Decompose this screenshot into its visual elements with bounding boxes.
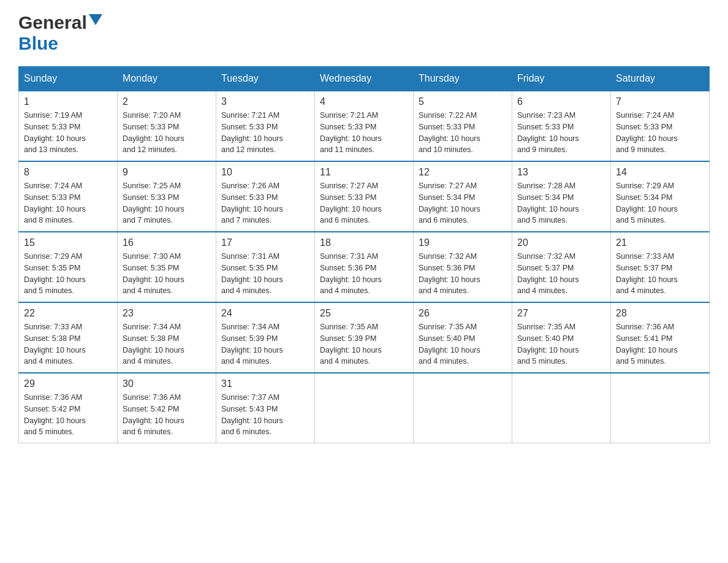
day-number: 21 — [616, 237, 704, 248]
calendar-cell: 22 Sunrise: 7:33 AMSunset: 5:38 PMDaylig… — [19, 302, 118, 373]
day-number: 12 — [419, 167, 507, 178]
calendar-cell: 5 Sunrise: 7:22 AMSunset: 5:33 PMDayligh… — [414, 91, 512, 161]
calendar-cell: 24 Sunrise: 7:34 AMSunset: 5:39 PMDaylig… — [216, 302, 315, 373]
header-cell-wednesday: Wednesday — [315, 67, 414, 91]
calendar-cell: 19 Sunrise: 7:32 AMSunset: 5:36 PMDaylig… — [414, 232, 512, 302]
calendar-cell — [414, 373, 512, 443]
day-number: 5 — [419, 96, 507, 107]
header-cell-tuesday: Tuesday — [216, 67, 315, 91]
calendar-cell: 6 Sunrise: 7:23 AMSunset: 5:33 PMDayligh… — [512, 91, 611, 161]
day-number: 24 — [221, 308, 309, 319]
day-info: Sunrise: 7:32 AMSunset: 5:37 PMDaylight:… — [517, 251, 605, 297]
week-row-4: 22 Sunrise: 7:33 AMSunset: 5:38 PMDaylig… — [19, 302, 710, 373]
logo-general-text: General — [18, 12, 87, 33]
day-info: Sunrise: 7:34 AMSunset: 5:38 PMDaylight:… — [123, 321, 211, 367]
day-info: Sunrise: 7:33 AMSunset: 5:38 PMDaylight:… — [24, 321, 112, 367]
day-number: 7 — [616, 96, 704, 107]
day-info: Sunrise: 7:26 AMSunset: 5:33 PMDaylight:… — [221, 180, 309, 226]
day-info: Sunrise: 7:37 AMSunset: 5:43 PMDaylight:… — [221, 392, 309, 438]
day-number: 29 — [24, 378, 112, 389]
calendar-cell: 8 Sunrise: 7:24 AMSunset: 5:33 PMDayligh… — [19, 161, 118, 232]
day-info: Sunrise: 7:36 AMSunset: 5:42 PMDaylight:… — [24, 392, 112, 438]
day-info: Sunrise: 7:33 AMSunset: 5:37 PMDaylight:… — [616, 251, 704, 297]
day-info: Sunrise: 7:32 AMSunset: 5:36 PMDaylight:… — [419, 251, 507, 297]
calendar-cell: 20 Sunrise: 7:32 AMSunset: 5:37 PMDaylig… — [512, 232, 611, 302]
calendar-cell: 25 Sunrise: 7:35 AMSunset: 5:39 PMDaylig… — [315, 302, 414, 373]
calendar-cell: 28 Sunrise: 7:36 AMSunset: 5:41 PMDaylig… — [611, 302, 710, 373]
day-info: Sunrise: 7:21 AMSunset: 5:33 PMDaylight:… — [221, 110, 309, 156]
day-info: Sunrise: 7:36 AMSunset: 5:42 PMDaylight:… — [123, 392, 211, 438]
page-header: General Blue — [18, 12, 710, 54]
day-info: Sunrise: 7:31 AMSunset: 5:36 PMDaylight:… — [320, 251, 408, 297]
day-info: Sunrise: 7:20 AMSunset: 5:33 PMDaylight:… — [123, 110, 211, 156]
svg-marker-0 — [89, 14, 102, 25]
day-info: Sunrise: 7:25 AMSunset: 5:33 PMDaylight:… — [123, 180, 211, 226]
calendar-cell: 14 Sunrise: 7:29 AMSunset: 5:34 PMDaylig… — [611, 161, 710, 232]
day-info: Sunrise: 7:35 AMSunset: 5:40 PMDaylight:… — [419, 321, 507, 367]
day-number: 19 — [419, 237, 507, 248]
day-number: 15 — [24, 237, 112, 248]
day-info: Sunrise: 7:22 AMSunset: 5:33 PMDaylight:… — [419, 110, 507, 156]
day-number: 31 — [221, 378, 309, 389]
day-number: 25 — [320, 308, 408, 319]
day-number: 3 — [221, 96, 309, 107]
day-info: Sunrise: 7:24 AMSunset: 5:33 PMDaylight:… — [24, 180, 112, 226]
calendar-cell: 4 Sunrise: 7:21 AMSunset: 5:33 PMDayligh… — [315, 91, 414, 161]
day-info: Sunrise: 7:29 AMSunset: 5:35 PMDaylight:… — [24, 251, 112, 297]
calendar-cell: 1 Sunrise: 7:19 AMSunset: 5:33 PMDayligh… — [19, 91, 118, 161]
day-number: 6 — [517, 96, 605, 107]
day-info: Sunrise: 7:35 AMSunset: 5:39 PMDaylight:… — [320, 321, 408, 367]
logo-blue-text: Blue — [18, 33, 58, 54]
day-number: 1 — [24, 96, 112, 107]
calendar-cell: 16 Sunrise: 7:30 AMSunset: 5:35 PMDaylig… — [118, 232, 216, 302]
calendar-cell: 31 Sunrise: 7:37 AMSunset: 5:43 PMDaylig… — [216, 373, 315, 443]
calendar-cell: 26 Sunrise: 7:35 AMSunset: 5:40 PMDaylig… — [414, 302, 512, 373]
calendar-cell: 30 Sunrise: 7:36 AMSunset: 5:42 PMDaylig… — [118, 373, 216, 443]
calendar-cell — [611, 373, 710, 443]
header-cell-friday: Friday — [512, 67, 611, 91]
calendar-cell: 29 Sunrise: 7:36 AMSunset: 5:42 PMDaylig… — [19, 373, 118, 443]
day-number: 9 — [123, 167, 211, 178]
calendar-cell: 3 Sunrise: 7:21 AMSunset: 5:33 PMDayligh… — [216, 91, 315, 161]
calendar-cell: 11 Sunrise: 7:27 AMSunset: 5:33 PMDaylig… — [315, 161, 414, 232]
day-info: Sunrise: 7:34 AMSunset: 5:39 PMDaylight:… — [221, 321, 309, 367]
week-row-2: 8 Sunrise: 7:24 AMSunset: 5:33 PMDayligh… — [19, 161, 710, 232]
day-number: 28 — [616, 308, 704, 319]
calendar-cell — [512, 373, 611, 443]
calendar-cell: 10 Sunrise: 7:26 AMSunset: 5:33 PMDaylig… — [216, 161, 315, 232]
day-info: Sunrise: 7:31 AMSunset: 5:35 PMDaylight:… — [221, 251, 309, 297]
day-number: 2 — [123, 96, 211, 107]
day-number: 10 — [221, 167, 309, 178]
day-info: Sunrise: 7:27 AMSunset: 5:34 PMDaylight:… — [419, 180, 507, 226]
week-row-3: 15 Sunrise: 7:29 AMSunset: 5:35 PMDaylig… — [19, 232, 710, 302]
day-number: 22 — [24, 308, 112, 319]
logo: General Blue — [18, 12, 102, 54]
day-number: 26 — [419, 308, 507, 319]
calendar-cell: 21 Sunrise: 7:33 AMSunset: 5:37 PMDaylig… — [611, 232, 710, 302]
calendar-cell: 27 Sunrise: 7:35 AMSunset: 5:40 PMDaylig… — [512, 302, 611, 373]
week-row-1: 1 Sunrise: 7:19 AMSunset: 5:33 PMDayligh… — [19, 91, 710, 161]
logo-triangle-icon — [89, 14, 102, 28]
day-info: Sunrise: 7:24 AMSunset: 5:33 PMDaylight:… — [616, 110, 704, 156]
day-number: 30 — [123, 378, 211, 389]
calendar-header: SundayMondayTuesdayWednesdayThursdayFrid… — [19, 67, 710, 91]
calendar-cell: 9 Sunrise: 7:25 AMSunset: 5:33 PMDayligh… — [118, 161, 216, 232]
calendar-cell: 12 Sunrise: 7:27 AMSunset: 5:34 PMDaylig… — [414, 161, 512, 232]
day-number: 4 — [320, 96, 408, 107]
calendar-cell: 15 Sunrise: 7:29 AMSunset: 5:35 PMDaylig… — [19, 232, 118, 302]
day-number: 27 — [517, 308, 605, 319]
day-info: Sunrise: 7:21 AMSunset: 5:33 PMDaylight:… — [320, 110, 408, 156]
header-cell-monday: Monday — [118, 67, 216, 91]
header-row: SundayMondayTuesdayWednesdayThursdayFrid… — [19, 67, 710, 91]
day-number: 20 — [517, 237, 605, 248]
calendar-cell: 23 Sunrise: 7:34 AMSunset: 5:38 PMDaylig… — [118, 302, 216, 373]
day-number: 13 — [517, 167, 605, 178]
calendar-cell: 17 Sunrise: 7:31 AMSunset: 5:35 PMDaylig… — [216, 232, 315, 302]
day-info: Sunrise: 7:23 AMSunset: 5:33 PMDaylight:… — [517, 110, 605, 156]
header-cell-thursday: Thursday — [414, 67, 512, 91]
day-number: 17 — [221, 237, 309, 248]
day-number: 11 — [320, 167, 408, 178]
day-info: Sunrise: 7:30 AMSunset: 5:35 PMDaylight:… — [123, 251, 211, 297]
calendar-table: SundayMondayTuesdayWednesdayThursdayFrid… — [18, 66, 710, 443]
day-number: 16 — [123, 237, 211, 248]
